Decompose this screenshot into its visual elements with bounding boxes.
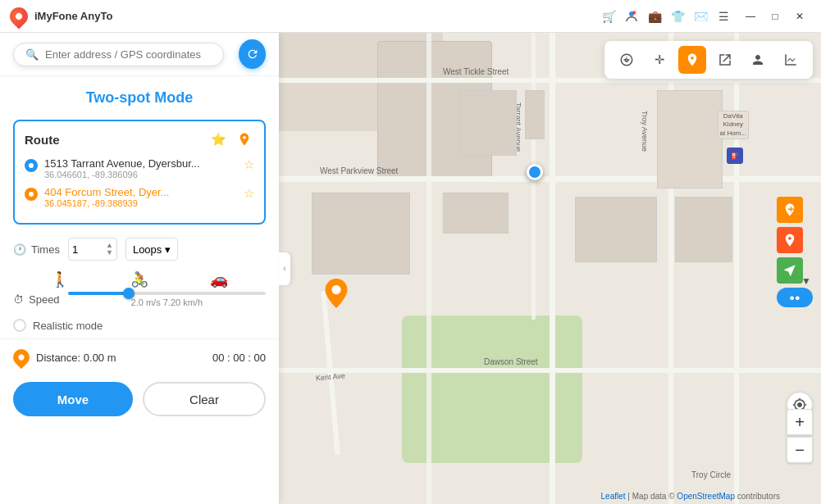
- road-parr: [734, 33, 739, 504]
- end-star[interactable]: ☆: [244, 186, 254, 201]
- window-controls: — □ ✕: [739, 5, 811, 28]
- building-4: [443, 193, 509, 234]
- route-add-button[interactable]: [235, 129, 254, 149]
- waypoint-start-info: 1513 Tarrant Avenue, Dyersbur... 36.0466…: [44, 157, 237, 179]
- road-vert-left: [426, 33, 431, 504]
- times-down[interactable]: ▼: [106, 249, 113, 257]
- road-vert-center: [550, 33, 555, 504]
- panel-title: Two-spot Mode: [86, 89, 194, 106]
- crosshair-btn[interactable]: [613, 46, 641, 74]
- bag-icon[interactable]: 💼: [645, 7, 664, 25]
- street-west-tickle: West Tickle Street: [443, 67, 509, 76]
- location-pin-btn[interactable]: [777, 227, 803, 253]
- realistic-mode-row: Realistic mode: [0, 314, 279, 337]
- move-button[interactable]: Move: [13, 382, 133, 416]
- mail-icon[interactable]: ✉️: [691, 7, 709, 25]
- maximize-button[interactable]: □: [764, 5, 787, 28]
- attribution-text: | Map data ©: [627, 492, 677, 501]
- speed-slider-wrap: 2.0 m/s 7.20 km/h: [68, 292, 266, 307]
- left-panel: 🔍 Two-spot Mode Route ⭐: [0, 33, 279, 504]
- osm-link[interactable]: OpenStreetMap: [677, 492, 735, 501]
- select-tool-btn[interactable]: [711, 46, 739, 74]
- time-text: 00 : 00 : 00: [212, 352, 266, 364]
- speed-slider[interactable]: [68, 292, 266, 295]
- move-tool-btn[interactable]: ✛: [645, 46, 673, 74]
- building-right-3: [675, 197, 732, 262]
- times-stepper[interactable]: ▲ ▼: [106, 242, 113, 257]
- refresh-button[interactable]: [239, 39, 266, 69]
- app-logo: [6, 3, 31, 29]
- collapse-button[interactable]: ‹: [279, 252, 290, 285]
- search-wrap[interactable]: 🔍: [13, 43, 224, 66]
- street-west-parkview: West Parkview Street: [320, 166, 398, 175]
- navigation-btn[interactable]: [777, 257, 803, 284]
- zoom-in-button[interactable]: +: [787, 409, 813, 435]
- walk-icon[interactable]: 🚶: [51, 270, 69, 288]
- side-controls: ●●: [777, 197, 813, 307]
- speed-label: ⏱ Speed: [13, 293, 60, 306]
- route-header: Route ⭐: [25, 129, 254, 149]
- route-box: Route ⭐ 1513 Tarrant Avenue, Dyersbur...…: [13, 120, 266, 225]
- add-waypoint-btn[interactable]: [777, 197, 803, 223]
- user-icon[interactable]: [623, 7, 641, 25]
- building-1: [459, 90, 517, 156]
- end-coords: 36.045187, -89.388939: [44, 198, 237, 208]
- distance-text: Distance: 0.00 m: [36, 352, 206, 364]
- divider: [0, 338, 279, 339]
- building-right-1: [657, 90, 723, 188]
- person-tool-btn[interactable]: [744, 46, 772, 74]
- search-icon: 🔍: [25, 48, 39, 61]
- title-bar: iMyFone AnyTo 🛒 💼 👕 ✉️ ☰ — □ ✕: [0, 0, 821, 33]
- shirt-icon[interactable]: 👕: [668, 7, 686, 25]
- distance-row: Distance: 0.00 m 00 : 00 : 00: [0, 341, 279, 374]
- end-icon: [25, 188, 38, 201]
- toggle-btn[interactable]: ●●: [777, 288, 813, 307]
- bike-icon[interactable]: 🚴: [130, 270, 148, 288]
- menu-icon[interactable]: ☰: [714, 7, 732, 25]
- route-actions: ⭐: [208, 129, 254, 149]
- cart-icon[interactable]: 🛒: [600, 7, 618, 25]
- distance-pin-icon: [10, 346, 33, 369]
- map-area[interactable]: West Tickle Street West Parkview Street …: [279, 33, 821, 504]
- graph-tool-btn[interactable]: [777, 46, 805, 74]
- leaflet-link[interactable]: Leaflet: [601, 492, 626, 501]
- button-row: Move Clear: [0, 374, 279, 429]
- zoom-out-button[interactable]: −: [787, 437, 813, 463]
- map-toolbar: ✛: [604, 41, 813, 79]
- end-marker: [325, 279, 348, 311]
- route-label: Route: [25, 133, 60, 147]
- davita-label: DaVitaKidneyat Hom...: [718, 111, 749, 139]
- route-star-button[interactable]: ⭐: [208, 129, 228, 149]
- loop-select[interactable]: Loops ▾: [125, 238, 178, 261]
- realistic-mode-radio[interactable]: [13, 319, 26, 332]
- street-troy: Troy Avenue: [641, 111, 649, 152]
- clock-icon: 🕐: [13, 243, 26, 256]
- waypoint-end-info: 404 Forcum Street, Dyer... 36.045187, -8…: [44, 186, 237, 208]
- clear-button[interactable]: Clear: [143, 382, 266, 416]
- speed-icons: 🚶 🚴 🚗: [13, 270, 266, 288]
- street-dawson: Dawson Street: [484, 357, 538, 366]
- start-marker: [527, 164, 543, 180]
- start-coords: 36.046601, -89.386096: [44, 170, 237, 179]
- times-label: 🕐 Times: [13, 243, 60, 256]
- close-button[interactable]: ✕: [788, 5, 811, 28]
- route-tool-btn[interactable]: [678, 46, 706, 74]
- speed-section: 🚶 🚴 🚗 ⏱ Speed 2.0 m/s 7.20 km/h: [0, 267, 279, 314]
- building-2: [525, 90, 545, 139]
- car-icon[interactable]: 🚗: [210, 270, 228, 288]
- minimize-button[interactable]: —: [739, 5, 762, 28]
- svg-point-2: [331, 285, 340, 294]
- search-input[interactable]: [45, 48, 209, 61]
- titlebar-icons: 🛒 💼 👕 ✉️ ☰: [600, 7, 732, 25]
- waypoint-start: 1513 Tarrant Avenue, Dyersbur... 36.0466…: [25, 157, 254, 179]
- times-row: 🕐 Times 1 ▲ ▼ Loops ▾: [0, 231, 279, 267]
- start-star[interactable]: ☆: [244, 157, 254, 172]
- times-input[interactable]: 1 ▲ ▼: [68, 238, 117, 261]
- building-3: [312, 193, 410, 275]
- building-right-2: [575, 197, 657, 262]
- panel-header: Two-spot Mode: [0, 76, 279, 113]
- waypoint-end: 404 Forcum Street, Dyer... 36.045187, -8…: [25, 186, 254, 208]
- svg-point-1: [632, 11, 636, 15]
- map-background: West Tickle Street West Parkview Street …: [279, 33, 821, 504]
- end-name: 404 Forcum Street, Dyer...: [44, 186, 237, 198]
